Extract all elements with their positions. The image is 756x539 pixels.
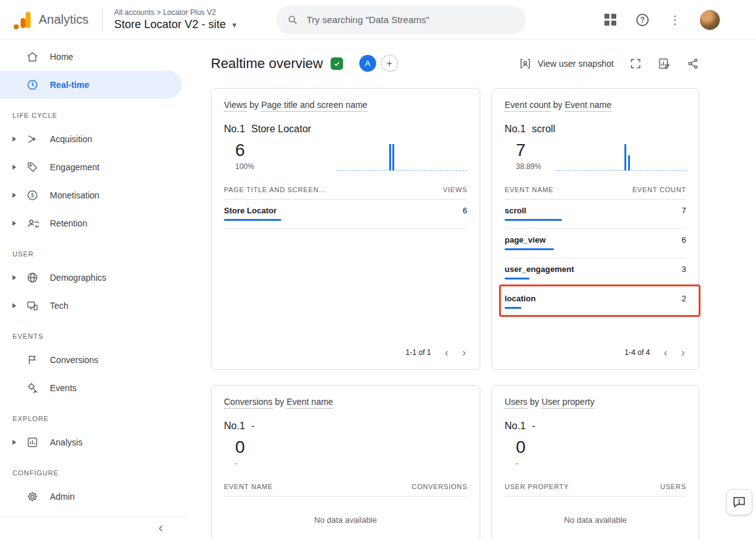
expand-arrow-icon[interactable] — [12, 303, 16, 308]
more-menu-icon[interactable]: ⋮ — [667, 12, 682, 27]
gear-icon — [26, 490, 39, 503]
table-header: EVENT NAMECONVERSIONS — [224, 483, 467, 497]
metric-percent: - — [516, 459, 526, 468]
metric-percent: 100% — [235, 162, 254, 171]
no-data-message: No data available — [505, 515, 686, 525]
top-item: No.1Store Locator — [224, 124, 467, 135]
pagination-next[interactable]: › — [462, 347, 466, 358]
sidebar-item-tech[interactable]: Tech — [0, 291, 182, 319]
metric-link[interactable]: Views — [224, 100, 247, 112]
metric-value: 6 — [235, 141, 254, 160]
card-views-by-page-title: Views by Page title and screen name No.1… — [211, 88, 480, 370]
top-item: No.1- — [224, 420, 467, 432]
expand-arrow-icon[interactable] — [12, 165, 16, 170]
feedback-button[interactable] — [726, 489, 752, 515]
analytics-logo-icon[interactable] — [14, 11, 32, 29]
section-explore: EXPLORE — [12, 412, 187, 425]
help-icon[interactable]: ? — [635, 12, 650, 27]
check-icon — [333, 60, 341, 67]
page-title: Realtime overview — [211, 56, 323, 72]
sidebar-collapse-button[interactable] — [0, 517, 187, 539]
property-selector[interactable]: Store Locator V2 - site ▼ — [114, 18, 238, 31]
pagination: 1-1 of 1 ‹ › — [405, 347, 466, 358]
metric-link[interactable]: Conversions — [224, 397, 273, 409]
clock-icon — [26, 79, 39, 91]
expand-arrow-icon[interactable] — [12, 137, 16, 142]
flag-icon — [26, 354, 39, 366]
property-name: Store Locator V2 - site — [114, 18, 226, 31]
metric-link[interactable]: Users — [505, 397, 528, 409]
share-icon[interactable] — [686, 57, 700, 70]
top-app-bar: Analytics All accounts > Locator Plus V2… — [0, 0, 756, 40]
globe-icon — [26, 271, 39, 284]
expand-arrow-icon[interactable] — [12, 440, 16, 445]
metric-link[interactable]: Event count — [505, 100, 551, 112]
apps-grid-icon[interactable] — [603, 12, 618, 27]
chevron-down-icon: ▼ — [231, 21, 238, 29]
card-event-count-by-event-name: Event count by Event name No.1scroll 7 3… — [492, 88, 699, 370]
metric-value: 0 — [235, 438, 245, 457]
search-input[interactable] — [307, 14, 515, 25]
sparkline-chart — [336, 142, 467, 171]
sidebar-item-realtime[interactable]: Real-time — [0, 70, 182, 99]
section-configure: CONFIGURE — [12, 466, 187, 480]
dimension-link[interactable]: Event name — [286, 397, 333, 409]
retention-icon — [26, 217, 39, 230]
sidebar-item-admin[interactable]: Admin — [0, 482, 182, 510]
sidebar: Home Real-time LIFE CYCLE Acquisition En… — [0, 40, 187, 539]
dimension-link[interactable]: Event name — [565, 100, 612, 112]
section-life-cycle: LIFE CYCLE — [12, 109, 187, 122]
acquisition-icon — [26, 133, 39, 145]
top-item: No.1scroll — [505, 124, 686, 135]
table-row: page_view 6 — [505, 229, 686, 258]
dimension-link[interactable]: Page title and screen name — [261, 100, 367, 112]
sidebar-item-engagement[interactable]: Engagement — [0, 153, 182, 181]
table-header: USER PROPERTYUSERS — [505, 483, 686, 497]
sidebar-item-home[interactable]: Home — [0, 42, 182, 70]
feedback-bubble-icon — [732, 495, 746, 509]
divider — [102, 9, 103, 31]
table-row: scroll 7 — [505, 200, 686, 229]
expand-arrow-icon[interactable] — [12, 275, 16, 280]
metric-percent: - — [235, 459, 245, 468]
comparison-avatar-chip[interactable]: A — [359, 55, 376, 72]
card-conversions-by-event-name: Conversions by Event name No.1- 0 - EVEN… — [211, 385, 480, 539]
dimension-link[interactable]: User property — [541, 397, 594, 409]
sidebar-item-retention[interactable]: Retention — [0, 209, 182, 237]
fullscreen-icon[interactable] — [629, 57, 642, 70]
user-avatar[interactable] — [700, 10, 720, 30]
add-comparison-button[interactable]: + — [381, 55, 398, 72]
sidebar-item-demographics[interactable]: Demographics — [0, 263, 182, 291]
search-bar[interactable] — [276, 6, 526, 34]
report-valid-badge[interactable] — [331, 57, 343, 70]
pagination-prev[interactable]: ‹ — [664, 347, 667, 358]
table-row: Store Locator 6 — [224, 200, 467, 229]
sidebar-item-monetisation[interactable]: $ Monetisation — [0, 181, 182, 209]
card-users-by-user-property: Users by User property No.1- 0 - USER PR… — [492, 385, 699, 539]
analysis-chart-icon — [26, 436, 39, 449]
sidebar-item-analysis[interactable]: Analysis — [0, 428, 182, 456]
view-user-snapshot-button[interactable]: View user snapshot — [519, 57, 614, 70]
metric-percent: 38.89% — [516, 162, 541, 171]
tap-icon — [26, 382, 39, 394]
breadcrumb[interactable]: All accounts > Locator Plus V2 — [114, 8, 238, 17]
cards-grid: Views by Page title and screen name No.1… — [211, 88, 700, 539]
expand-arrow-icon[interactable] — [12, 221, 16, 226]
main-content: Realtime overview A + View user snapshot — [187, 40, 756, 539]
top-item: No.1- — [505, 420, 686, 432]
section-events: EVENTS — [12, 329, 187, 343]
section-user: USER — [12, 247, 187, 261]
svg-text:$: $ — [31, 192, 34, 198]
expand-arrow-icon[interactable] — [12, 193, 16, 198]
search-icon — [288, 14, 298, 26]
customize-report-icon[interactable] — [657, 57, 671, 70]
table-header: EVENT NAMEEVENT COUNT — [505, 186, 686, 200]
pagination-next[interactable]: › — [681, 347, 685, 358]
app-name: Analytics — [39, 12, 89, 27]
account-block: All accounts > Locator Plus V2 Store Loc… — [114, 8, 238, 31]
table-header: PAGE TITLE AND SCREEN…VIEWS — [224, 186, 467, 200]
sidebar-item-events[interactable]: Events — [0, 374, 182, 402]
sidebar-item-acquisition[interactable]: Acquisition — [0, 125, 182, 153]
pagination-prev[interactable]: ‹ — [445, 347, 448, 358]
sidebar-item-conversions[interactable]: Conversions — [0, 346, 182, 374]
